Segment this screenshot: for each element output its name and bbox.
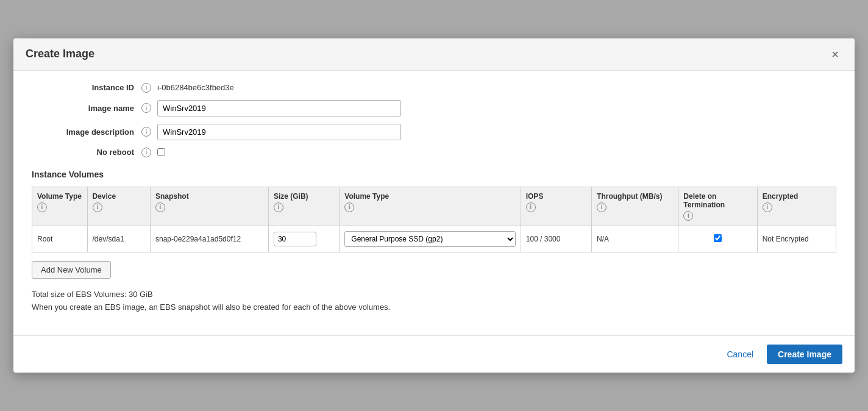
volumes-table: Volume Type i Device i S	[32, 187, 836, 252]
th-snapshot-info-icon[interactable]: i	[155, 202, 165, 212]
modal-header: Create Image ×	[13, 38, 855, 71]
no-reboot-row: No reboot i	[32, 148, 836, 157]
image-name-row: Image name i	[32, 100, 836, 116]
modal-body: Instance ID i i-0b6284be6c3fbed3e Image …	[13, 71, 855, 326]
image-description-row: Image description i	[32, 124, 836, 140]
cell-device: /dev/sda1	[87, 226, 150, 252]
delete-on-termination-checkbox[interactable]	[714, 234, 722, 242]
th-delete-on-termination: Delete on Termination i	[678, 187, 757, 226]
cell-snapshot: snap-0e229a4a1ad5d0f12	[150, 226, 268, 252]
create-image-modal: Create Image × Instance ID i i-0b6284be6…	[13, 38, 855, 373]
th-volume-type: Volume Type i	[32, 187, 88, 226]
no-reboot-info-icon[interactable]: i	[141, 148, 151, 157]
form-section: Instance ID i i-0b6284be6c3fbed3e Image …	[32, 83, 836, 157]
th-volume-type-sel-info-icon[interactable]: i	[344, 202, 354, 212]
close-button[interactable]: ×	[828, 47, 842, 62]
th-device-info-icon[interactable]: i	[93, 202, 102, 212]
th-snapshot: Snapshot i	[150, 187, 268, 226]
th-encrypted-info-icon[interactable]: i	[763, 202, 772, 212]
table-header-row: Volume Type i Device i S	[32, 187, 836, 226]
cancel-button[interactable]: Cancel	[720, 346, 760, 363]
cell-encrypted: Not Encrypted	[757, 226, 836, 252]
th-volume-type-info-icon[interactable]: i	[37, 202, 47, 212]
table-row: Root/dev/sda1snap-0e229a4a1ad5d0f12Gener…	[32, 226, 836, 252]
instance-id-row: Instance ID i i-0b6284be6c3fbed3e	[32, 83, 836, 93]
image-description-label: Image description	[32, 127, 141, 137]
no-reboot-label: No reboot	[32, 148, 141, 157]
th-throughput-info-icon[interactable]: i	[597, 202, 607, 212]
th-throughput: Throughput (MB/s) i	[592, 187, 678, 226]
instance-id-label: Instance ID	[32, 83, 141, 92]
info-line1: Total size of EBS Volumes: 30 GiB	[32, 288, 836, 301]
no-reboot-checkbox[interactable]	[157, 148, 165, 156]
instance-id-info-icon[interactable]: i	[141, 83, 151, 93]
create-image-button[interactable]: Create Image	[767, 345, 842, 364]
th-size: Size (GiB) i	[268, 187, 339, 226]
th-iops: IOPS i	[521, 187, 591, 226]
cell-iops: 100 / 3000	[521, 226, 591, 252]
cell-throughput: N/A	[592, 226, 678, 252]
th-size-info-icon[interactable]: i	[274, 202, 283, 212]
modal-title: Create Image	[26, 48, 94, 60]
info-line2: When you create an EBS image, an EBS sna…	[32, 301, 836, 314]
th-volume-type-sel: Volume Type i	[340, 187, 521, 226]
image-description-info-icon[interactable]: i	[141, 127, 151, 137]
volume-type-select[interactable]: General Purpose SSD (gp2)General Purpose…	[344, 231, 515, 247]
modal-overlay: Create Image × Instance ID i i-0b6284be6…	[0, 0, 868, 411]
image-name-info-icon[interactable]: i	[141, 103, 151, 113]
cell-size[interactable]	[268, 226, 339, 252]
add-new-volume-button[interactable]: Add New Volume	[32, 261, 111, 279]
th-device: Device i	[87, 187, 150, 226]
th-encrypted: Encrypted i	[757, 187, 836, 226]
modal-footer: Cancel Create Image	[13, 336, 855, 373]
info-text: Total size of EBS Volumes: 30 GiB When y…	[32, 288, 836, 314]
cell-volume-type-select[interactable]: General Purpose SSD (gp2)General Purpose…	[340, 226, 521, 252]
size-input[interactable]	[274, 232, 316, 246]
instance-id-value: i-0b6284be6c3fbed3e	[157, 83, 234, 92]
th-delete-info-icon[interactable]: i	[683, 211, 693, 221]
volumes-section-title: Instance Volumes	[32, 170, 836, 179]
image-name-label: Image name	[32, 104, 141, 113]
image-description-input[interactable]	[157, 124, 401, 140]
cell-delete-on-termination[interactable]	[678, 226, 757, 252]
cell-volume-type: Root	[32, 226, 88, 252]
image-name-input[interactable]	[157, 100, 401, 116]
th-iops-info-icon[interactable]: i	[526, 202, 536, 212]
